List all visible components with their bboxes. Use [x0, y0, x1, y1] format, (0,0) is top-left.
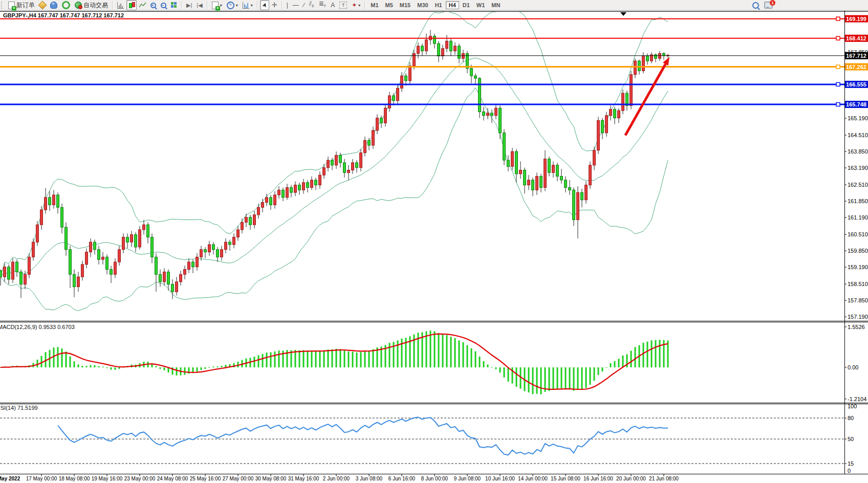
candle	[180, 274, 182, 282]
svg-text:14 Jun 00:00: 14 Jun 00:00	[518, 476, 548, 481]
candle	[311, 180, 313, 188]
svg-text:8 Jun 00:00: 8 Jun 00:00	[421, 476, 448, 481]
cursor-icon: ➤	[261, 2, 268, 9]
line-chart-button[interactable]	[137, 0, 148, 10]
vertical-line-icon: |	[287, 2, 288, 9]
candle	[45, 197, 47, 210]
separator	[207, 1, 208, 9]
candle	[642, 56, 645, 71]
bar-chart-button[interactable]	[115, 0, 126, 10]
candle	[225, 242, 227, 250]
candle	[212, 245, 215, 250]
crosshair-tool-button[interactable]: ✛	[270, 0, 279, 10]
candle	[421, 46, 424, 51]
candle	[339, 155, 342, 163]
candle	[282, 190, 285, 197]
candle	[659, 53, 661, 58]
candlestick-chart-button[interactable]	[126, 0, 137, 10]
chat-icon[interactable]: 1	[764, 2, 773, 9]
market-watch-button[interactable]	[37, 0, 48, 10]
candle	[511, 151, 514, 166]
candle	[155, 257, 158, 274]
candle	[450, 41, 452, 51]
auto-scroll-button[interactable]: ▶|	[184, 0, 194, 10]
candle	[188, 262, 190, 270]
candle	[634, 61, 637, 75]
navigator-button[interactable]	[48, 0, 59, 10]
arrow-objects-tool[interactable]: ✦▾	[350, 0, 362, 10]
candle	[331, 160, 334, 165]
svg-text:9 Jun 08:00: 9 Jun 08:00	[454, 476, 481, 481]
svg-text:15: 15	[848, 460, 854, 467]
svg-text:2 Jun 00:00: 2 Jun 00:00	[323, 476, 350, 481]
horizontal-line-tool[interactable]: —	[291, 0, 301, 10]
candle	[0, 271, 2, 277]
candle	[77, 277, 80, 287]
new-order-icon: +	[8, 2, 15, 9]
text-label-tool[interactable]: T	[337, 0, 349, 10]
zoom-out-button[interactable]: −	[159, 0, 168, 10]
svg-text:161.190: 161.190	[848, 214, 868, 221]
candle	[646, 56, 649, 61]
candle	[384, 108, 387, 123]
tab-timeframe-m30[interactable]: M30	[414, 1, 431, 9]
candle	[655, 55, 657, 58]
candle	[147, 225, 149, 237]
tab-timeframe-m1[interactable]: M1	[367, 1, 381, 9]
candle	[290, 187, 293, 192]
candle	[307, 183, 309, 188]
candle	[524, 170, 526, 185]
tab-timeframe-w1[interactable]: W1	[473, 1, 488, 9]
chart-area[interactable]: GBPJPY-,H4 167.747 167.747 167.712 167.7…	[0, 0, 868, 483]
candle	[503, 133, 506, 160]
candle	[454, 46, 457, 51]
candle	[417, 46, 420, 54]
templates-button[interactable]: ▾	[241, 0, 255, 10]
tab-timeframe-m15[interactable]: M15	[397, 1, 414, 9]
candle	[528, 180, 530, 185]
candle	[343, 163, 346, 172]
tab-timeframe-m5[interactable]: M5	[382, 1, 396, 9]
signals-button[interactable]	[60, 0, 72, 10]
candle	[425, 40, 428, 51]
fibonacci-tool[interactable]: ≣F	[317, 0, 328, 10]
period-button[interactable]: ▾	[225, 0, 240, 10]
candle	[24, 274, 27, 284]
candle	[360, 153, 362, 168]
zoom-in-button[interactable]: +	[148, 0, 158, 10]
svg-text:167.262: 167.262	[846, 64, 866, 70]
candle	[114, 262, 117, 274]
candle	[184, 270, 186, 275]
tile-windows-button[interactable]	[169, 0, 179, 10]
new-order-button[interactable]: + 新订单	[6, 0, 37, 10]
tab-timeframe-h4[interactable]: H4	[446, 1, 459, 9]
candle	[40, 210, 43, 225]
tab-timeframe-h1[interactable]: H1	[432, 1, 445, 9]
candle	[12, 262, 14, 279]
trend-line-tool[interactable]: ∕	[301, 0, 307, 10]
tab-timeframe-d1[interactable]: D1	[460, 1, 473, 9]
zoom-in-icon: +	[150, 3, 156, 8]
candle	[90, 242, 92, 252]
search-icon[interactable]	[752, 2, 759, 9]
svg-text:165.748: 165.748	[846, 101, 866, 107]
svg-text:159.190: 159.190	[848, 264, 868, 270]
cursor-tool-button[interactable]: ➤	[260, 0, 269, 10]
tab-timeframe-mn[interactable]: MN	[488, 1, 503, 9]
vertical-line-tool[interactable]: |	[285, 0, 290, 10]
candle	[131, 235, 133, 243]
auto-trading-button[interactable]: 自动交易	[73, 0, 110, 10]
equidistant-channel-icon: ⫽E	[309, 0, 314, 10]
candle	[200, 250, 203, 257]
toolbar-grip[interactable]	[1, 2, 5, 9]
equidistant-channel-tool[interactable]: ⫽E	[307, 0, 316, 10]
svg-text:166.555: 166.555	[846, 81, 866, 87]
chart-shift-button[interactable]: |◀	[194, 0, 204, 10]
text-tool[interactable]: A	[329, 0, 337, 10]
fibonacci-icon: ≣F	[319, 0, 326, 10]
svg-text:100: 100	[848, 403, 857, 409]
candle	[499, 108, 502, 133]
candle	[266, 197, 268, 203]
new-chart-button[interactable]: +▾	[210, 0, 224, 10]
candle	[85, 252, 88, 265]
